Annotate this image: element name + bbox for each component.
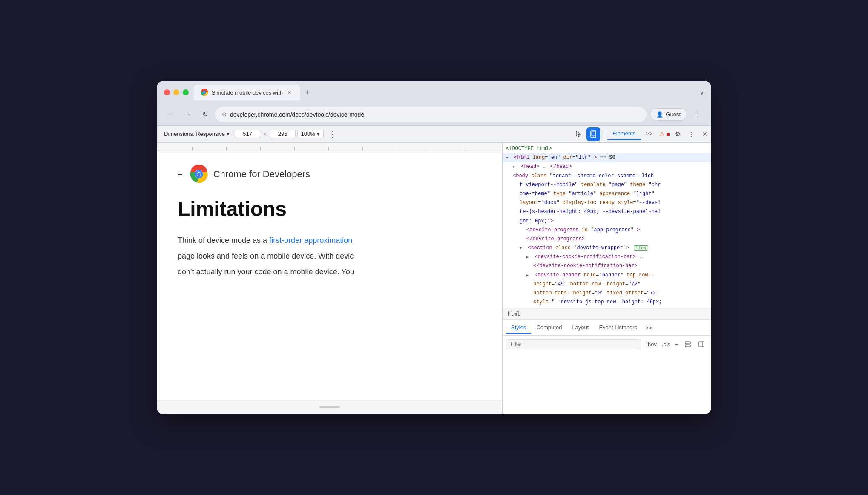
flex-badge: flex <box>634 245 648 251</box>
site-title: Chrome for Developers <box>213 169 310 180</box>
tab-bar: Simulate mobile devices with ✕ + <box>194 85 695 100</box>
elements-panel[interactable]: <!DOCTYPE html> <html lang="en" dir="ltr… <box>503 143 711 308</box>
ruler-mark <box>294 147 328 151</box>
tab-more[interactable]: >> <box>641 128 657 140</box>
height-input[interactable] <box>270 130 296 138</box>
forward-icon: → <box>184 111 191 118</box>
devtools-close-button[interactable]: ✕ <box>699 128 711 140</box>
tab-computed[interactable]: Computed <box>531 322 567 334</box>
browser-viewport: ≡ Chrome for Developers <box>157 143 502 414</box>
paragraph-1-text: Think of device mode as a <box>178 236 269 245</box>
zoom-selector[interactable]: 100% ▾ <box>297 130 324 138</box>
tab-layout[interactable]: Layout <box>567 322 594 334</box>
layout-tab-label: Layout <box>572 324 589 331</box>
html-line-html[interactable]: <html lang="en" dir="ltr" > == $0 <box>503 153 711 162</box>
svg-point-6 <box>593 136 594 137</box>
cookie-bar-expand[interactable] <box>526 253 532 261</box>
tab-styles[interactable]: Styles <box>506 322 531 334</box>
maximize-button[interactable] <box>183 89 189 95</box>
browser-more-button[interactable]: ⋮ <box>690 108 704 121</box>
guest-button[interactable]: 👤 Guest <box>650 108 687 121</box>
first-order-link[interactable]: first-order approximation <box>269 236 352 245</box>
tab-event-listeners[interactable]: Event Listeners <box>594 322 642 334</box>
close-tab-button[interactable]: ✕ <box>286 89 293 96</box>
address-security-icon: ⊙ <box>222 111 227 118</box>
header-expand[interactable] <box>526 271 532 279</box>
refresh-button[interactable]: ↻ <box>198 108 212 121</box>
styles-tab-label: Styles <box>511 324 526 331</box>
device-mode-button[interactable] <box>586 127 600 141</box>
minimize-button[interactable] <box>173 89 179 95</box>
html-line-body-6: ght: 0px;"> <box>503 217 711 226</box>
new-tab-button[interactable]: + <box>302 86 313 98</box>
html-line-head[interactable]: <head> … </head> <box>503 162 711 171</box>
breadcrumb-html[interactable]: html <box>506 310 522 318</box>
svg-point-10 <box>197 173 201 176</box>
styles-toggle-button[interactable] <box>682 338 694 350</box>
zoom-label: 100% <box>301 131 315 137</box>
toolbar-separator <box>604 130 604 138</box>
styles-sidebar-button[interactable] <box>696 338 707 350</box>
svg-point-3 <box>204 92 205 93</box>
styles-filter-input[interactable] <box>506 339 641 349</box>
html-line-body-2: t viewport--mobile" template="page" them… <box>503 181 711 190</box>
dimensions-selector[interactable]: Dimensions: Responsive ▾ <box>161 129 233 139</box>
devtools-close-icon: ✕ <box>702 131 707 138</box>
forward-button[interactable]: → <box>181 108 195 121</box>
window-dropdown[interactable]: ∨ <box>700 89 704 96</box>
guest-icon: 👤 <box>656 111 663 118</box>
page-header: ≡ Chrome for Developers <box>178 165 481 184</box>
html-line-header-2: height="49" bottom-row--height="72" <box>503 280 711 289</box>
hamburger-menu-button[interactable]: ≡ <box>178 170 183 179</box>
close-button[interactable] <box>164 89 170 95</box>
scroll-handle[interactable] <box>319 406 340 408</box>
html-line-body-5: te-js-header-height: 49px; --devsite-pan… <box>503 207 711 216</box>
breadcrumb-bar: html <box>503 308 711 320</box>
styles-more-tabs[interactable]: >> <box>642 323 655 333</box>
tab-elements[interactable]: Elements <box>607 128 641 140</box>
section-expand-arrow[interactable] <box>520 244 525 252</box>
hov-button[interactable]: :hov <box>644 340 658 348</box>
active-tab[interactable]: Simulate mobile devices with ✕ <box>194 85 300 100</box>
page-paragraph-3: don't actually run your code on a mobile… <box>178 266 481 278</box>
title-bar: Simulate mobile devices with ✕ + ∨ <box>157 81 711 104</box>
head-expand-arrow[interactable] <box>513 163 518 171</box>
page-paragraph-2: page looks and feels on a mobile device.… <box>178 250 481 262</box>
html-line-cookie-close: </devsite-cookie-notification-bar> <box>503 262 711 271</box>
ruler-mark <box>465 147 499 151</box>
url-text: developer.chrome.com/docs/devtools/devic… <box>230 111 364 118</box>
devtools-settings-button[interactable]: ⚙ <box>672 128 684 140</box>
ruler-mark <box>158 147 192 151</box>
html-line-header-4: style="--devsite-js-top-row--height: 49p… <box>503 298 711 307</box>
styles-action-buttons: :hov .cls + <box>644 338 707 350</box>
chrome-logo-icon <box>190 165 208 184</box>
cls-button[interactable]: .cls <box>660 340 672 348</box>
html-line-body-3: ome-theme" type="article" appearance="li… <box>503 190 711 199</box>
width-input[interactable] <box>235 130 260 138</box>
html-tag: <html <box>514 155 529 161</box>
page-heading: Limitations <box>178 197 481 221</box>
warning-icon: ⚠ <box>659 131 665 138</box>
html-line-section[interactable]: <section class="devsite-wrapper"> flex <box>503 244 711 253</box>
html-line-header-1: <devsite-header role="banner" top-row-- <box>503 271 711 280</box>
devtools-more-button[interactable]: ⋮ <box>685 128 697 140</box>
inspect-element-button[interactable] <box>571 127 585 141</box>
dimension-separator: x <box>264 131 267 137</box>
refresh-icon: ↻ <box>202 110 208 118</box>
back-button[interactable]: ← <box>164 108 178 121</box>
doctype-text: <!DOCTYPE html> <box>506 146 552 152</box>
devtools-toolbar: Dimensions: Responsive ▾ x 100% ▾ ⋮ <box>157 126 711 143</box>
styles-content: :hov .cls + <box>503 336 711 353</box>
zoom-chevron-icon: ▾ <box>317 131 320 137</box>
address-bar[interactable]: ⊙ developer.chrome.com/docs/devtools/dev… <box>215 107 647 122</box>
ruler-mark <box>328 147 362 151</box>
toolbar-more-button[interactable]: ⋮ <box>325 128 340 141</box>
chrome-tab-icon <box>201 89 208 96</box>
browser-window: Simulate mobile devices with ✕ + ∨ ← → ↻… <box>157 81 711 414</box>
html-expand-arrow[interactable] <box>506 154 511 162</box>
back-icon: ← <box>167 111 174 118</box>
html-line-cookie-bar[interactable]: <devsite-cookie-notification-bar> … <box>503 253 711 262</box>
add-style-button[interactable]: + <box>673 340 680 348</box>
tab-title: Simulate mobile devices with <box>212 89 283 96</box>
more-tabs-icon: >> <box>646 130 652 137</box>
